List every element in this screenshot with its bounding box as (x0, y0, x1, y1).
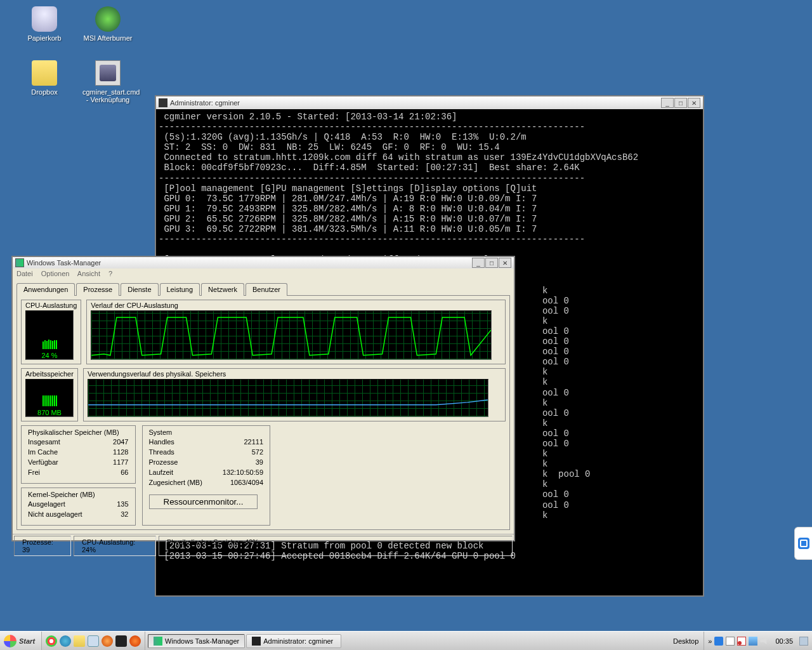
desktop-icon-cgminer-shortcut[interactable]: cgminer_start.cmd - Verknüpfung (82, 60, 133, 103)
tab-leistung[interactable]: Leistung (160, 283, 200, 296)
status-processes: Prozesse: 39 (14, 536, 71, 556)
memory-history-graph (88, 379, 488, 417)
tab-netzwerk[interactable]: Netzwerk (201, 283, 244, 296)
menu-ansicht[interactable]: Ansicht (77, 270, 100, 277)
close-button[interactable]: ✕ (688, 98, 700, 108)
system-tray: » 00:35 (704, 632, 812, 650)
minimize-button[interactable]: _ (661, 98, 674, 108)
teamviewer-panel-tab[interactable] (794, 527, 812, 560)
minimize-button[interactable]: _ (472, 258, 485, 268)
quick-launch (42, 632, 145, 650)
ql-ie-icon[interactable] (60, 635, 71, 647)
task-buttons: Windows Task-Manager Administrator: cgmi… (145, 634, 668, 648)
system-box: System Handles22111 Threads572 Prozesse3… (142, 425, 271, 526)
ql-firefox-icon[interactable] (129, 635, 141, 647)
taskman-icon (154, 637, 162, 646)
task-button-cgminer[interactable]: Administrator: cgminer (246, 634, 341, 648)
taskman-icon (15, 258, 24, 267)
tab-benutzer[interactable]: Benutzer (246, 283, 287, 296)
status-cpu: CPU-Auslastung: 24% (74, 536, 156, 556)
console-title-text: Administrator: cgminer (170, 99, 661, 107)
task-button-taskman[interactable]: Windows Task-Manager (148, 634, 245, 648)
afterburner-icon (95, 6, 121, 32)
resource-monitor-button[interactable]: Ressourcenmonitor... (149, 494, 258, 509)
maximize-button[interactable]: □ (485, 258, 498, 268)
ql-chrome-icon[interactable] (46, 635, 57, 647)
teamviewer-icon (798, 538, 809, 549)
menu-datei[interactable]: Datei (16, 270, 33, 277)
start-button[interactable]: Start (0, 632, 42, 650)
close-button[interactable]: ✕ (499, 258, 511, 268)
memory-gauge: 870 MB (25, 379, 74, 417)
dropbox-icon (32, 60, 57, 86)
phys-memory-box: Physikalischer Speicher (MB) Insgesamt20… (21, 425, 136, 484)
tray-security-icon[interactable] (714, 637, 723, 646)
show-desktop-label[interactable]: Desktop (668, 637, 704, 645)
cpu-history-box: Verlauf der CPU-Auslastung (86, 300, 506, 364)
tab-prozesse[interactable]: Prozesse (76, 283, 119, 296)
tray-clock[interactable]: 00:35 (771, 637, 797, 645)
taskman-menubar: Datei Optionen Ansicht ? (13, 269, 514, 279)
tray-expand-icon[interactable]: » (708, 637, 712, 645)
memory-history-box: Verwendungsverlauf des physikal. Speiche… (83, 368, 506, 421)
tab-anwendungen[interactable]: Anwendungen (16, 283, 75, 296)
status-memory: Physikalischer Speicher: 42% (159, 536, 513, 556)
tray-volume-icon[interactable] (760, 637, 769, 646)
console-titlebar[interactable]: Administrator: cgminer _ □ ✕ (156, 96, 703, 109)
cmd-shortcut-icon (95, 60, 121, 86)
tray-show-desktop[interactable] (799, 637, 808, 646)
windows-orb-icon (4, 635, 16, 647)
maximize-button[interactable]: □ (674, 98, 687, 108)
taskman-statusbar: Prozesse: 39 CPU-Auslastung: 24% Physika… (13, 534, 514, 557)
tray-network-icon[interactable] (749, 637, 757, 646)
kernel-memory-box: Kernel-Speicher (MB) Ausgelagert135 Nich… (21, 488, 136, 526)
cpu-gauge: 24 % (25, 310, 74, 360)
taskbar: Start Windows Task-Manager Administrator… (0, 631, 812, 650)
tray-lang-icon[interactable] (726, 637, 735, 646)
desktop-icon-msi-afterburner[interactable]: MSI Afterburner (82, 6, 133, 42)
tray-action-center-icon[interactable] (737, 637, 746, 646)
taskman-title-text: Windows Task-Manager (27, 259, 472, 267)
desktop-icon-dropbox[interactable]: Dropbox (19, 60, 70, 96)
ql-notepad-icon[interactable] (88, 635, 99, 647)
memory-gauge-box: Arbeitsspeicher 870 MB (21, 368, 78, 421)
cpu-gauge-box: CPU-Auslastung 24 % (21, 300, 81, 364)
ql-explorer-icon[interactable] (74, 635, 85, 647)
menu-help[interactable]: ? (108, 270, 112, 277)
cpu-history-graph (91, 310, 492, 360)
recycle-bin-icon (32, 6, 57, 32)
ql-media-icon[interactable] (102, 635, 113, 647)
taskman-titlebar[interactable]: Windows Task-Manager _ □ ✕ (13, 257, 514, 269)
task-manager-window[interactable]: Windows Task-Manager _ □ ✕ Datei Optione… (11, 256, 515, 541)
ql-cmd-icon[interactable] (115, 635, 127, 647)
taskman-content: CPU-Auslastung 24 % Verlauf der CPU-Ausl… (16, 295, 510, 530)
menu-optionen[interactable]: Optionen (41, 270, 70, 277)
desktop-icon-recycle-bin[interactable]: Papierkorb (19, 6, 70, 42)
taskman-tabs: Anwendungen Prozesse Dienste Leistung Ne… (13, 279, 514, 295)
cmd-icon (159, 98, 167, 107)
tab-dienste[interactable]: Dienste (121, 283, 158, 296)
cmd-icon (252, 637, 261, 646)
